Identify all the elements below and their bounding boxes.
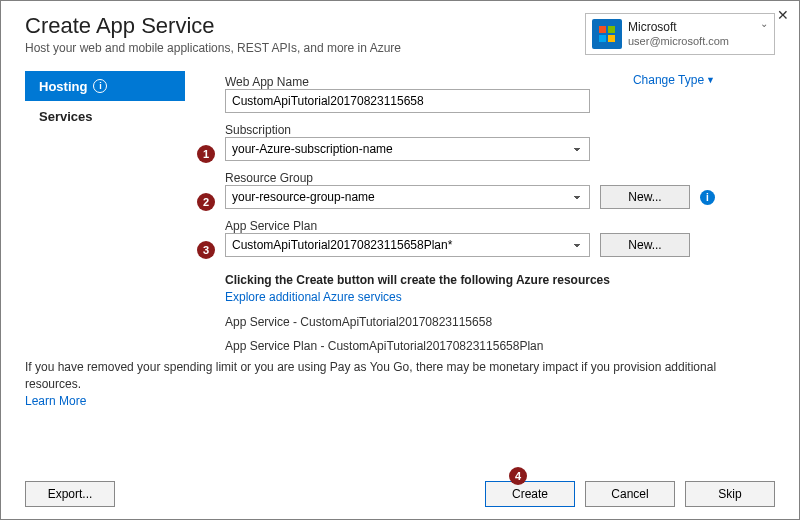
header: Create App Service Host your web and mob… <box>25 13 775 55</box>
page-subtitle: Host your web and mobile applications, R… <box>25 41 401 55</box>
learn-more-link[interactable]: Learn More <box>25 394 86 408</box>
title-block: Create App Service Host your web and mob… <box>25 13 401 55</box>
form-area: Web App Name Change Type ▼ 1 Subscriptio… <box>185 71 775 353</box>
svg-rect-0 <box>599 26 606 33</box>
export-button[interactable]: Export... <box>25 481 115 507</box>
subscription-block: 1 Subscription your-Azure-subscription-n… <box>225 123 775 161</box>
step-badge-1: 1 <box>197 145 215 163</box>
chevron-down-icon: ▼ <box>706 75 715 85</box>
resource-group-label: Resource Group <box>225 171 775 185</box>
app-service-plan-block: 3 App Service Plan CustomApiTutorial2017… <box>225 219 775 257</box>
skip-button[interactable]: Skip <box>685 481 775 507</box>
chevron-down-icon: ⌄ <box>760 18 768 29</box>
app-service-plan-select[interactable]: CustomApiTutorial20170823115658Plan* <box>225 233 590 257</box>
subscription-select[interactable]: your-Azure-subscription-name <box>225 137 590 161</box>
svg-rect-1 <box>608 26 615 33</box>
close-icon[interactable]: ✕ <box>777 7 789 23</box>
tab-services-label: Services <box>39 109 93 124</box>
web-app-name-input[interactable] <box>225 89 590 113</box>
tab-services[interactable]: Services <box>25 101 185 131</box>
change-type-link[interactable]: Change Type ▼ <box>633 73 715 87</box>
info-icon[interactable]: i <box>700 190 715 205</box>
subscription-label: Subscription <box>225 123 775 137</box>
web-app-name-row: Web App Name Change Type ▼ <box>225 71 775 89</box>
resource-group-select[interactable]: your-resource-group-name <box>225 185 590 209</box>
step-badge-4: 4 <box>509 467 527 485</box>
step-badge-2: 2 <box>197 193 215 211</box>
account-email: user@microsoft.com <box>628 35 729 47</box>
resource-line-1: App Service - CustomApiTutorial201708231… <box>225 315 775 329</box>
step-badge-3: 3 <box>197 241 215 259</box>
create-button[interactable]: Create <box>485 481 575 507</box>
resources-heading: Clicking the Create button will create t… <box>225 273 775 287</box>
web-app-name-label: Web App Name <box>225 75 309 89</box>
new-resource-group-button[interactable]: New... <box>600 185 690 209</box>
info-icon: i <box>93 79 107 93</box>
right-buttons: 4 Create Cancel Skip <box>485 481 775 507</box>
footer: Export... 4 Create Cancel Skip <box>25 481 775 507</box>
resource-group-block: 2 Resource Group your-resource-group-nam… <box>225 171 775 209</box>
svg-rect-2 <box>599 35 606 42</box>
account-text: Microsoft user@microsoft.com <box>628 21 729 46</box>
tab-hosting[interactable]: Hosting i <box>25 71 185 101</box>
body: Hosting i Services Web App Name Change T… <box>25 71 775 353</box>
microsoft-logo-icon <box>592 19 622 49</box>
page-title: Create App Service <box>25 13 401 39</box>
change-type-text: Change Type <box>633 73 704 87</box>
new-app-service-plan-button[interactable]: New... <box>600 233 690 257</box>
app-service-plan-label: App Service Plan <box>225 219 775 233</box>
svg-rect-3 <box>608 35 615 42</box>
account-name: Microsoft <box>628 21 729 34</box>
dialog-window: ✕ Create App Service Host your web and m… <box>0 0 800 520</box>
resource-line-2: App Service Plan - CustomApiTutorial2017… <box>225 339 775 353</box>
account-picker[interactable]: Microsoft user@microsoft.com ⌄ <box>585 13 775 55</box>
explore-services-link[interactable]: Explore additional Azure services <box>225 290 402 304</box>
disclaimer: If you have removed your spending limit … <box>25 359 775 409</box>
disclaimer-text: If you have removed your spending limit … <box>25 360 716 391</box>
tab-hosting-label: Hosting <box>39 79 87 94</box>
cancel-button[interactable]: Cancel <box>585 481 675 507</box>
sidebar: Hosting i Services <box>25 71 185 353</box>
